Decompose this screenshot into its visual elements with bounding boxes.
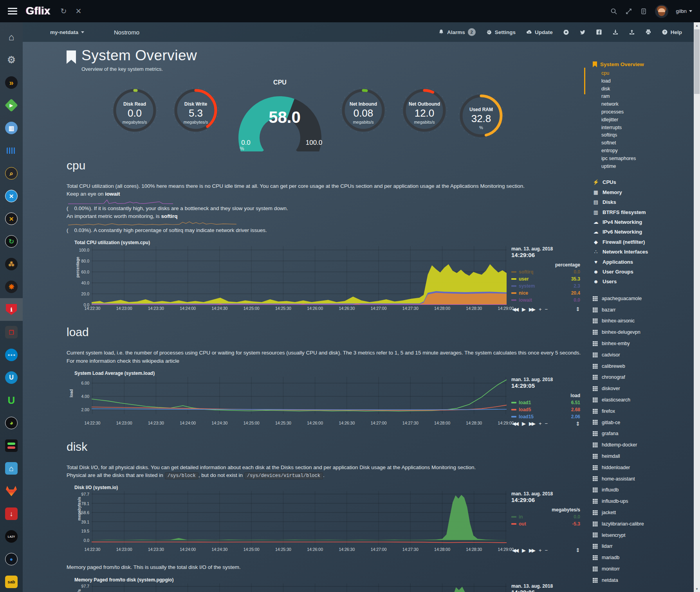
resize-handle[interactable]: ⇕ [576, 306, 580, 312]
load-plot-area[interactable] [92, 377, 507, 419]
pan-forward-button[interactable]: ▶▶ [529, 306, 534, 312]
airsonic-icon[interactable] [0, 139, 23, 162]
menu-section-ipv4-networking[interactable]: ☁IPv4 Networking [593, 217, 694, 227]
github-icon[interactable] [563, 29, 569, 35]
menu-section-users[interactable]: ☻Users [593, 277, 694, 286]
app-x-yellow-icon[interactable]: ✕ [0, 207, 23, 230]
play-button[interactable]: ▶ [522, 421, 525, 426]
changelog-icon[interactable] [640, 8, 647, 15]
monitorr-status-icon[interactable] [0, 434, 23, 457]
menu-app-netdata[interactable]: netdata [593, 575, 694, 586]
disk-legend-item-out[interactable]: out-5.3 [511, 521, 580, 527]
resize-handle[interactable]: ⇕ [576, 547, 580, 553]
menu-app-letsencrypt[interactable]: letsencrypt [593, 530, 694, 541]
menu-item-ram[interactable]: ram [601, 93, 694, 101]
menu-app-calibreweb[interactable]: calibreweb [593, 361, 694, 372]
menu-app-binhex-emby[interactable]: binhex-emby [593, 338, 694, 349]
menu-app-jackett[interactable]: jackett [593, 507, 694, 518]
scroll-down-button[interactable]: ▼ [694, 586, 700, 592]
pgpg-plot-area[interactable] [92, 583, 507, 592]
home-assistant-icon[interactable]: ⌂ [0, 457, 23, 480]
menu-section-applications[interactable]: ♥Applications [593, 257, 694, 267]
facebook-icon[interactable] [596, 29, 602, 35]
menu-item-softnet[interactable]: softnet [601, 139, 694, 147]
cpu-plot-area[interactable] [92, 246, 507, 305]
search-icon[interactable] [610, 8, 617, 15]
disk-plot-area[interactable] [92, 491, 507, 546]
menu-app-monitorr[interactable]: monitorr [593, 563, 694, 575]
menu-item-network[interactable]: network [601, 101, 694, 108]
menu-app-chronograf[interactable]: chronograf [593, 372, 694, 383]
user-avatar[interactable] [655, 5, 668, 18]
menu-section-user-groups[interactable]: ☻User Groups [593, 267, 694, 277]
cpu-legend-item-nice[interactable]: nice20.4 [511, 290, 580, 296]
menu-item-entropy[interactable]: entropy [601, 147, 694, 155]
menu-app-hiddenloader[interactable]: hiddenloader [593, 462, 694, 473]
settings-gear-icon[interactable]: ⚙ [0, 49, 23, 71]
load-legend-item-load15[interactable]: load152.06 [511, 414, 580, 419]
scroll-up-button[interactable]: ▲ [694, 22, 700, 29]
twitter-icon[interactable] [579, 29, 586, 35]
drop-icon[interactable]: ● [0, 548, 23, 570]
unifi-icon[interactable]: U [0, 366, 23, 389]
menu-app-diskover[interactable]: diskover [593, 383, 694, 394]
menu-app-lidarr[interactable]: lidarr [593, 541, 694, 552]
cpu-legend-item-user[interactable]: user35.3 [511, 276, 580, 282]
menu-section-disks[interactable]: ▤Disks [593, 197, 694, 207]
app-x-blue-icon[interactable]: ✕ [0, 185, 23, 207]
lazylibrarian-icon[interactable]: LAZY [0, 525, 23, 548]
nextcloud-icon[interactable]: ∘∘∘ [0, 344, 23, 366]
settings-button[interactable]: Settings [486, 29, 516, 35]
menu-section-ipv6-networking[interactable]: ☁IPv6 Networking [593, 227, 694, 237]
menu-item-ipc-semaphores[interactable]: ipc semaphores [601, 155, 694, 163]
menu-app-cadvisor[interactable]: cadvisor [593, 349, 694, 361]
menu-app-binhex-delugevpn[interactable]: binhex-delugevpn [593, 327, 694, 338]
load-legend-item-load1[interactable]: load16.51 [511, 400, 580, 405]
menu-app-home-assistant[interactable]: home-assistant [593, 473, 694, 485]
menu-section-network-interfaces[interactable]: ∴Network Interfaces [593, 247, 694, 257]
close-icon[interactable]: ✕ [75, 7, 81, 15]
fullscreen-icon[interactable] [625, 8, 632, 15]
import-icon[interactable] [612, 29, 619, 35]
user-menu[interactable]: gilbn [676, 8, 692, 14]
emby-icon[interactable]: ▶ [0, 94, 23, 117]
green-swirl-icon[interactable]: ↻ [0, 230, 23, 253]
zoom-out-button[interactable]: − [545, 421, 547, 426]
pan-forward-button[interactable]: ▶▶ [529, 547, 534, 553]
vertical-scrollbar[interactable]: ▲ ▼ [694, 22, 700, 592]
lounge-icon[interactable]: ◕ [0, 412, 23, 434]
menu-app-hddtemp-docker[interactable]: hddtemp-docker [593, 439, 694, 451]
menu-app-gitlab-ce[interactable]: gitlab-ce [593, 417, 694, 428]
netdata-shield-icon[interactable]: ℹ [0, 298, 23, 321]
plex-icon[interactable]: » [0, 71, 23, 94]
resize-handle[interactable]: ⇕ [576, 421, 580, 427]
menu-item-idlejitter[interactable]: idlejitter [601, 116, 694, 124]
disk-legend-item-in[interactable]: in0.0 [511, 514, 580, 520]
refresh-icon[interactable]: ↻ [61, 7, 67, 15]
menu-app-apacheguacamole[interactable]: apacheguacamole [593, 293, 694, 304]
zoom-in-button[interactable]: + [539, 306, 541, 312]
grafana-icon[interactable]: ❋ [0, 275, 23, 298]
cpu-legend-item-iowait[interactable]: iowait0.0 [511, 297, 580, 303]
load-legend-item-load5[interactable]: load52.68 [511, 407, 580, 412]
zoom-out-button[interactable]: − [545, 547, 547, 553]
help-button[interactable]: ? Help [662, 29, 682, 35]
menu-app-mariadb[interactable]: mariadb [593, 552, 694, 563]
menu-app-heimdall[interactable]: heimdall [593, 451, 694, 462]
alarms-button[interactable]: Alarms 2 [438, 28, 476, 36]
brand-logo[interactable]: Gflix [26, 5, 51, 17]
cpu-legend-item-softirq[interactable]: softirq0.0 [511, 269, 580, 275]
library-icon[interactable]: ▥ [0, 117, 23, 139]
zoom-in-button[interactable]: + [539, 547, 541, 553]
menu-item-cpu[interactable]: cpu [601, 70, 694, 77]
play-button[interactable]: ▶ [522, 547, 525, 553]
update-button[interactable]: Update [526, 29, 553, 35]
scrollbar-thumb[interactable] [694, 29, 700, 94]
menu-system-overview[interactable]: System Overview [583, 61, 694, 67]
menu-item-interrupts[interactable]: interrupts [601, 124, 694, 132]
sab-icon[interactable]: sab [0, 570, 23, 592]
menu-app-bazarr[interactable]: bazarr [593, 304, 694, 316]
menu-item-uptime[interactable]: uptime [601, 163, 694, 171]
menu-app-binhex-airsonic[interactable]: binhex-airsonic [593, 315, 694, 327]
home-icon[interactable]: ⌂ [0, 26, 23, 49]
